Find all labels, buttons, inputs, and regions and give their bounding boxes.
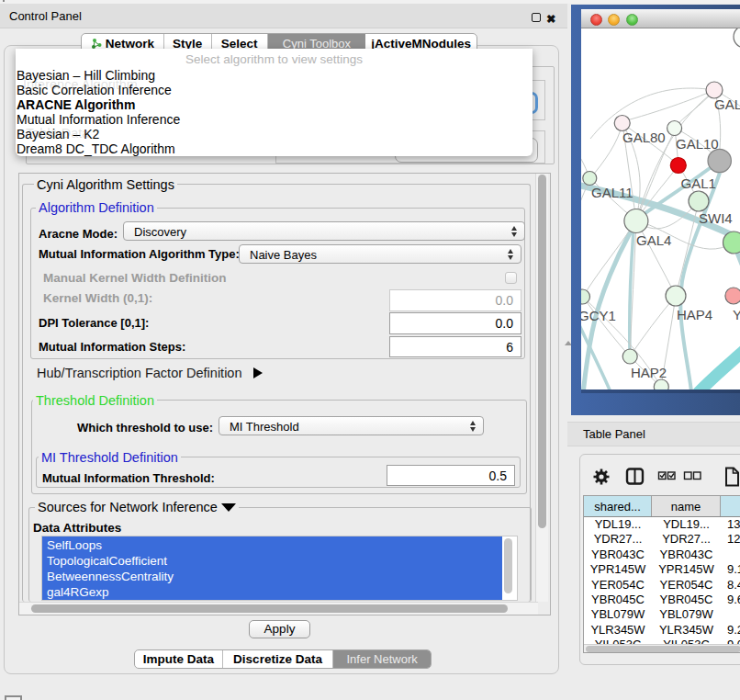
- svg-text:GAL11: GAL11: [591, 185, 633, 200]
- svg-text:GAL1: GAL1: [681, 175, 716, 191]
- svg-text:GAL: GAL: [714, 96, 740, 112]
- svg-text:GCY1: GCY1: [581, 308, 616, 323]
- svg-text:Y: Y: [733, 307, 740, 322]
- svg-text:HAP4: HAP4: [677, 307, 712, 322]
- svg-text:GAL10: GAL10: [676, 136, 719, 152]
- svg-text:GAL80: GAL80: [622, 130, 666, 145]
- svg-text:HAP2: HAP2: [631, 365, 667, 380]
- svg-text:SWI4: SWI4: [699, 210, 733, 226]
- svg-text:GAL4: GAL4: [636, 232, 671, 248]
